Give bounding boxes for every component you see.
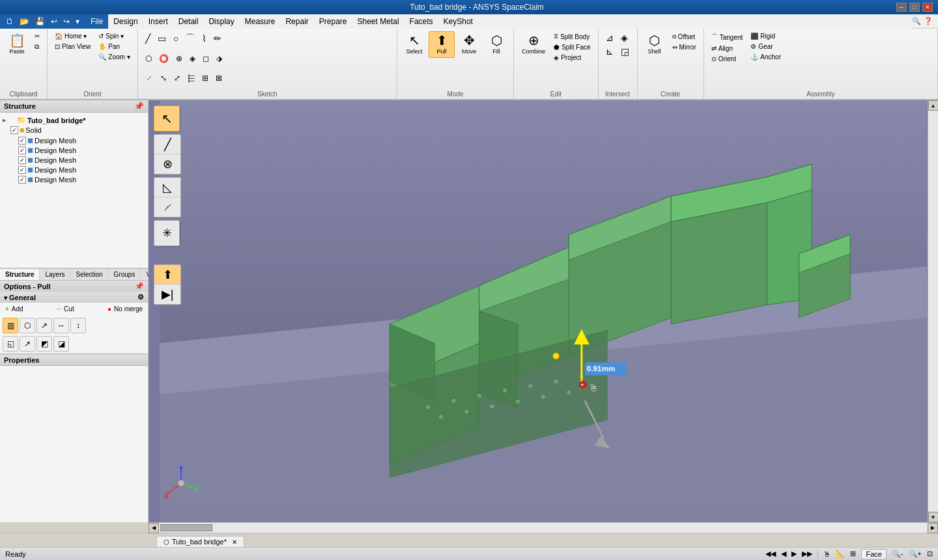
scroll-down-button[interactable]: ▼	[928, 512, 939, 522]
plan-view-button[interactable]: ⊡ Plan View	[51, 42, 94, 51]
qa-undo[interactable]: ↩	[49, 16, 59, 27]
menu-keyshot[interactable]: KeyShot	[438, 14, 478, 29]
sketch-t8[interactable]: ⤡	[157, 72, 170, 84]
gear-options-icon[interactable]: ⚙	[137, 293, 144, 301]
tool-pull-v[interactable]: ↕	[70, 318, 86, 333]
sketch-arc[interactable]: ⌒	[182, 31, 198, 46]
menu-file[interactable]: File	[85, 14, 108, 29]
sketch-t4[interactable]: ◈	[186, 53, 199, 64]
tool-pull-edge[interactable]: ⬡	[20, 318, 35, 333]
sketch-rect[interactable]: ▭	[154, 31, 169, 46]
menu-prepare[interactable]: Prepare	[314, 14, 352, 29]
qa-dropdown[interactable]: ▾	[74, 16, 81, 27]
mesh5-checkbox[interactable]	[18, 176, 26, 184]
tangent-button[interactable]: ⌒ Tangent	[708, 31, 746, 43]
cursor-tool-button[interactable]: ↖	[154, 105, 180, 132]
tree-item-root[interactable]: ▸ 📁 Tuto_bad bridge*	[0, 115, 148, 125]
anchor-button[interactable]: ⚓ Anchor	[747, 52, 784, 62]
sketch-t6[interactable]: ⬗	[213, 53, 225, 64]
rigid-button[interactable]: ⬛ Rigid	[747, 31, 784, 41]
sketch-t10[interactable]: ⬱	[184, 72, 198, 84]
sketch-line[interactable]: ╱	[142, 31, 154, 46]
tool-t4[interactable]: ◪	[53, 336, 69, 352]
sketch-t2[interactable]: ⭕	[156, 53, 172, 64]
intersect-t1[interactable]: ⊿	[603, 31, 617, 44]
mesh2-checkbox[interactable]	[18, 147, 26, 154]
viewport[interactable]: * 0.91mm 🖱 ↖ ╱ ⊗	[149, 100, 938, 522]
minimize-button[interactable]: ─	[896, 3, 907, 12]
home-button[interactable]: 🏠 Home ▾	[51, 31, 94, 41]
zoom-in-icon[interactable]: 🔍+	[909, 550, 922, 558]
split-face-button[interactable]: ⬟ Split Face	[550, 42, 593, 52]
tool-pull-face[interactable]: ▥	[3, 318, 18, 333]
maximize-button[interactable]: □	[909, 3, 920, 12]
fill-button[interactable]: ⬡ Fill	[483, 31, 509, 58]
menu-design[interactable]: Design	[108, 14, 143, 29]
tree-item-mesh-2[interactable]: ◼ Design Mesh	[0, 145, 148, 155]
tree-item-mesh-5[interactable]: ◼ Design Mesh	[0, 175, 148, 184]
solid-checkbox[interactable]	[10, 126, 18, 134]
tab-structure[interactable]: Structure	[0, 269, 40, 280]
sketch-t5[interactable]: ◻	[199, 53, 212, 64]
scroll-right-button[interactable]: ▶	[928, 523, 938, 533]
tree-item-mesh-4[interactable]: ◼ Design Mesh	[0, 165, 148, 175]
qa-redo[interactable]: ↪	[61, 16, 72, 27]
split-body-button[interactable]: ⧖ Split Body	[550, 31, 593, 42]
status-nav-last[interactable]: ▶▶	[802, 550, 812, 558]
menu-sheet-metal[interactable]: Sheet Metal	[352, 14, 405, 29]
tool-star-button[interactable]: ✳	[154, 220, 180, 246]
general-header[interactable]: ▾ General ⚙	[0, 292, 148, 303]
sketch-freehand[interactable]: ✏	[210, 31, 225, 46]
sketch-t1[interactable]: ⬡	[142, 53, 155, 64]
tool-t2[interactable]: ↗	[20, 336, 35, 352]
status-nav-prev[interactable]: ◀	[781, 550, 786, 558]
copy-button[interactable]: ⧉	[31, 42, 43, 52]
qa-new[interactable]: 🗋	[4, 16, 16, 27]
combine-button[interactable]: ⊕ Combine	[518, 31, 549, 58]
sketch-circle[interactable]: ○	[170, 31, 182, 46]
menu-measure[interactable]: Measure	[240, 14, 281, 29]
sketch-t9[interactable]: ⤢	[171, 72, 184, 84]
tab-groups[interactable]: Groups	[109, 269, 141, 280]
tool-pull-vertex[interactable]: ↗	[36, 318, 52, 333]
sketch-t7[interactable]: ⟋	[142, 72, 156, 84]
select-button[interactable]: ↖ Select	[401, 31, 427, 58]
options-pin[interactable]: 📌	[135, 282, 144, 290]
align-button[interactable]: ⇌ Align	[708, 44, 746, 53]
tree-item-mesh-3[interactable]: ◼ Design Mesh	[0, 155, 148, 165]
menu-repair[interactable]: Repair	[280, 14, 313, 29]
intersect-t4[interactable]: ◲	[618, 45, 632, 58]
orient-asm-button[interactable]: ⊙ Orient	[708, 54, 746, 64]
tool-t3[interactable]: ◩	[36, 336, 52, 352]
qa-save[interactable]: 💾	[33, 16, 47, 27]
pull-button[interactable]: ⬆ Pull	[429, 31, 455, 58]
intersect-t2[interactable]: ◈	[618, 31, 631, 44]
zoom-button[interactable]: 🔍 Zoom ▾	[95, 52, 133, 62]
tab-layers[interactable]: Layers	[40, 269, 70, 280]
scroll-left-button[interactable]: ◀	[149, 523, 159, 533]
tool-pull-h[interactable]: ↔	[53, 318, 69, 333]
shell-button[interactable]: ⬡ Shell	[642, 31, 668, 58]
close-button[interactable]: ✕	[922, 3, 933, 12]
structure-pin[interactable]: 📌	[134, 102, 144, 111]
view-mode-label[interactable]: Face	[861, 549, 886, 559]
h-scroll-thumb[interactable]	[160, 524, 212, 531]
zoom-out-icon[interactable]: 🔍-	[892, 550, 903, 558]
mesh3-checkbox[interactable]	[18, 156, 26, 164]
menu-display[interactable]: Display	[203, 14, 239, 29]
tool-corner-button[interactable]: ◺	[154, 178, 180, 197]
mesh4-checkbox[interactable]	[18, 166, 26, 174]
spin-button[interactable]: ↺ Spin ▾	[95, 31, 133, 41]
status-nav-next[interactable]: ▶	[791, 550, 797, 558]
mirror-button[interactable]: ⇔ Mirror	[669, 42, 700, 52]
sketch-t3[interactable]: ⊕	[173, 53, 186, 64]
tool-diagonal-button[interactable]: ╱	[154, 135, 180, 154]
fullscreen-icon[interactable]: ⊡	[927, 550, 933, 558]
help-search[interactable]: 🔍	[912, 17, 921, 25]
offset-button[interactable]: ⧈ Offset	[669, 31, 700, 42]
help-button[interactable]: ❓	[924, 17, 933, 25]
sketch-spline[interactable]: ⌇	[199, 31, 210, 46]
pull-active-button[interactable]: ⬆	[154, 265, 180, 285]
qa-open[interactable]: 📂	[18, 16, 31, 27]
menu-insert[interactable]: Insert	[143, 14, 173, 29]
